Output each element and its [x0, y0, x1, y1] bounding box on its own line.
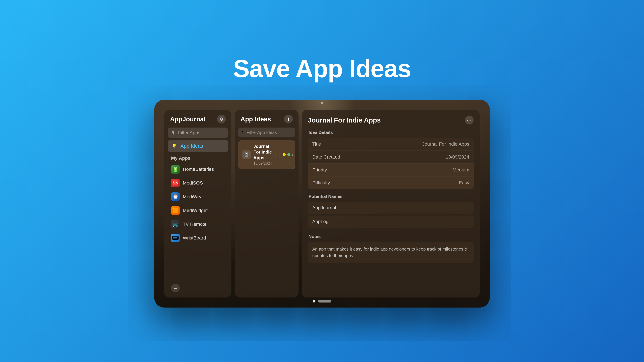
printer-icon: 🖨	[173, 285, 178, 291]
filter-ideas-bar[interactable]: 🎙 Filter App Ideas	[238, 128, 295, 137]
printer-button[interactable]: 🖨	[171, 284, 180, 293]
sidebar-title: AppJournal	[170, 116, 206, 123]
page-title: Save App Ideas	[233, 54, 411, 83]
card-info: Journal For Indie Apps 18/09/2024	[254, 144, 272, 166]
wristboard-label: WristBoard	[183, 235, 206, 241]
right-panel-header: Journal For Indie Apps ···	[308, 116, 474, 124]
card-name: Journal For Indie Apps	[254, 144, 272, 161]
card-header: 📓 Journal For Indie Apps 18/09/2024 ❙❙ ›	[242, 144, 291, 166]
medisos-label: MediSOS	[183, 180, 203, 186]
notes-content: An app that makes it easy for indie app …	[308, 242, 474, 263]
card-date: 18/09/2024	[254, 161, 272, 166]
mediwidget-icon: 🟧	[171, 206, 180, 215]
window-nub	[321, 102, 323, 104]
right-panel: Journal For Indie Apps ··· Idea Details …	[302, 110, 480, 298]
difficulty-label: Difficulty	[312, 180, 330, 186]
sidebar: AppJournal ⚙ 🎙 Filter Apps 💡 App Ideas M…	[164, 110, 232, 298]
sidebar-app-medisos[interactable]: 🆘 MediSOS	[168, 176, 228, 190]
columns-container: AppJournal ⚙ 🎙 Filter Apps 💡 App Ideas M…	[154, 100, 490, 308]
notes-section: Notes An app that makes it easy for indi…	[308, 234, 474, 292]
status-dot-green	[287, 153, 290, 156]
status-dot-yellow	[282, 153, 286, 156]
potential-names-label: Potential Names	[308, 194, 474, 199]
ellipsis-icon: ···	[467, 117, 472, 123]
pause-icon: ❙❙	[274, 153, 281, 157]
journal-indie-card[interactable]: 📓 Journal For Indie Apps 18/09/2024 ❙❙ ›	[238, 140, 295, 169]
sidebar-header: AppJournal ⚙	[168, 115, 228, 123]
lightbulb-icon: 💡	[171, 143, 178, 149]
idea-details-table: Title Journal For Indie Apps Date Create…	[308, 138, 474, 189]
detail-row-date: Date Created 18/09/2024	[308, 151, 474, 164]
wristboard-icon: ⌨	[171, 234, 180, 242]
sidebar-bottom: 🖨	[168, 282, 228, 293]
middle-column: App Ideas + 🎙 Filter App Ideas 📓 Journal…	[235, 110, 298, 298]
page-pill	[318, 300, 332, 303]
sidebar-item-label: App Ideas	[180, 143, 203, 149]
sidebar-app-homebatteries[interactable]: 🔋 HomeBatteries	[168, 163, 228, 176]
sidebar-app-tvremote[interactable]: 📺 TV Remote	[168, 218, 228, 231]
potential-name-1: AppJournal	[308, 202, 474, 214]
page-indicator	[312, 300, 332, 303]
homebatteries-label: HomeBatteries	[183, 167, 214, 172]
potential-name-2: AppLog	[308, 216, 474, 228]
filter-apps-bar[interactable]: 🎙 Filter Apps	[168, 128, 228, 138]
page-dot-active	[312, 300, 315, 303]
gear-icon: ⚙	[220, 117, 224, 122]
title-label: Title	[312, 141, 321, 147]
chevron-right-icon: ›	[292, 152, 293, 157]
notes-label: Notes	[308, 234, 474, 239]
date-created-value: 18/09/2024	[446, 154, 469, 160]
priority-value: Medium	[452, 167, 469, 173]
card-icon: 📓	[242, 150, 251, 159]
mic-icon: 🎙	[171, 130, 176, 135]
detail-row-difficulty: Difficulty Easy	[308, 176, 474, 189]
mediwear-icon: ⌚	[171, 192, 180, 201]
my-apps-section-header: My Apps	[168, 153, 228, 163]
detail-row-title: Title Journal For Indie Apps	[308, 138, 474, 151]
tvremote-label: TV Remote	[183, 222, 206, 227]
date-created-label: Date Created	[312, 154, 340, 160]
sidebar-app-mediwear[interactable]: ⌚ MediWear	[168, 190, 228, 203]
tvremote-icon: 📺	[171, 220, 180, 229]
potential-names-section: Potential Names AppJournal AppLog	[308, 194, 474, 229]
right-panel-title: Journal For Indie Apps	[308, 116, 381, 124]
medisos-icon: 🆘	[171, 179, 180, 187]
middle-col-title: App Ideas	[240, 116, 271, 123]
detail-row-priority: Priority Medium	[308, 164, 474, 176]
app-window: AppJournal ⚙ 🎙 Filter Apps 💡 App Ideas M…	[154, 100, 490, 308]
sidebar-app-wristboard[interactable]: ⌨ WristBoard	[168, 231, 228, 245]
add-idea-button[interactable]: +	[284, 115, 293, 123]
card-actions: ❙❙ ›	[274, 152, 293, 157]
title-value: Journal For Indie Apps	[422, 141, 469, 147]
sidebar-app-mediwidget[interactable]: 🟧 MediWidget	[168, 204, 228, 217]
gear-button[interactable]: ⚙	[217, 115, 226, 123]
idea-details-label: Idea Details	[308, 130, 474, 135]
mic-icon-middle: 🎙	[242, 131, 244, 134]
filter-apps-label: Filter Apps	[178, 130, 200, 135]
difficulty-value: Easy	[459, 180, 469, 186]
filter-ideas-label: Filter App Ideas	[246, 130, 277, 135]
sidebar-item-app-ideas[interactable]: 💡 App Ideas	[168, 140, 228, 152]
plus-icon: +	[286, 116, 290, 123]
homebatteries-icon: 🔋	[171, 165, 180, 174]
more-options-button[interactable]: ···	[465, 116, 474, 124]
middle-col-header: App Ideas +	[238, 115, 295, 123]
priority-label: Priority	[312, 167, 327, 173]
mediwidget-label: MediWidget	[183, 208, 208, 213]
mediwear-label: MediWear	[183, 194, 204, 199]
